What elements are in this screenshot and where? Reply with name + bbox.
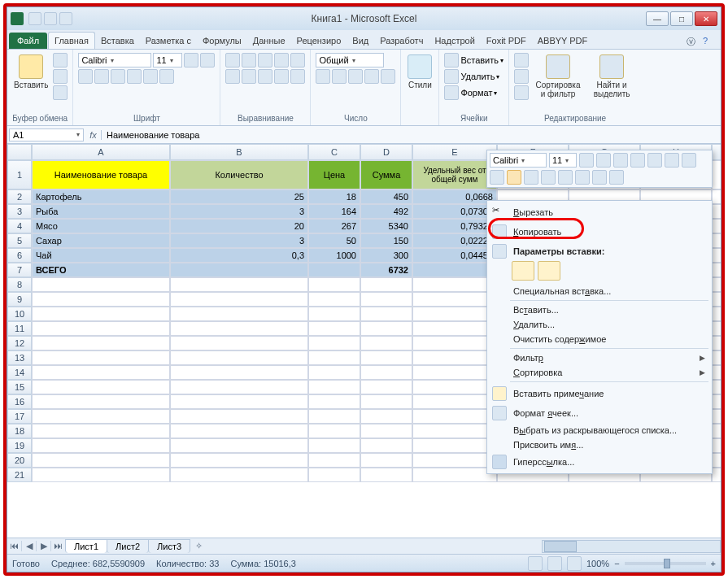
cell[interactable] [32, 409, 170, 424]
formula-input[interactable]: Наименование товара [102, 128, 721, 141]
row-header-7[interactable]: 7 [7, 263, 32, 277]
view-layout-icon[interactable] [547, 556, 562, 571]
percent-icon[interactable] [332, 69, 347, 84]
cell[interactable] [412, 468, 497, 482]
cell[interactable] [32, 438, 170, 453]
menu-format-cells[interactable]: Формат ячеек... [487, 403, 712, 423]
cell[interactable] [712, 263, 721, 277]
mini-comma-icon[interactable] [647, 153, 662, 168]
cell[interactable]: 0,04456 [412, 248, 497, 263]
cell[interactable] [32, 424, 170, 438]
cell[interactable] [32, 277, 170, 292]
cell[interactable] [32, 365, 170, 380]
italic-icon[interactable] [94, 69, 109, 84]
cell[interactable] [712, 350, 721, 365]
new-sheet-icon[interactable]: ✧ [190, 541, 207, 551]
cell[interactable] [170, 394, 308, 409]
cell[interactable] [360, 380, 412, 394]
row-header-13[interactable]: 13 [7, 350, 32, 365]
undo-icon[interactable] [44, 12, 57, 25]
row-header-11[interactable]: 11 [7, 321, 32, 336]
cell[interactable] [412, 307, 497, 321]
col-header-C[interactable]: C [308, 144, 360, 160]
col-header-B[interactable]: B [170, 144, 308, 160]
menu-insert[interactable]: Вставить... [487, 303, 712, 317]
zoom-out-button[interactable]: − [614, 559, 619, 568]
align-middle-icon[interactable] [242, 53, 256, 67]
cell[interactable] [712, 189, 721, 204]
cell[interactable] [412, 365, 497, 380]
mini-dec-dec-icon[interactable] [592, 170, 607, 185]
fill-color-icon[interactable] [143, 69, 158, 84]
cell[interactable] [712, 424, 721, 438]
fill-icon[interactable] [514, 69, 529, 84]
font-name-combo[interactable]: Calibri▾ [78, 53, 151, 67]
tab-view[interactable]: Вид [347, 33, 374, 49]
tab-formulas[interactable]: Формулы [197, 33, 247, 49]
mini-font-combo[interactable]: Calibri▾ [490, 153, 547, 168]
row-header-21[interactable]: 21 [7, 468, 32, 482]
dec-decimal-icon[interactable] [381, 69, 395, 84]
cell[interactable] [712, 292, 721, 307]
copy-icon[interactable] [53, 69, 68, 84]
cell[interactable] [32, 453, 170, 468]
cell[interactable] [412, 292, 497, 307]
row-header-6[interactable]: 6 [7, 248, 32, 263]
cell[interactable]: 150 [360, 233, 412, 248]
align-bottom-icon[interactable] [258, 53, 272, 67]
col-header-D[interactable]: D [360, 144, 412, 160]
cell[interactable] [170, 350, 308, 365]
tab-insert[interactable]: Вставка [95, 33, 140, 49]
mini-align-icon[interactable] [507, 170, 521, 185]
select-all-corner[interactable] [7, 144, 32, 160]
menu-hyperlink[interactable]: Гиперссылка... [487, 452, 712, 472]
minimize-ribbon-icon[interactable]: ⓥ [687, 36, 700, 49]
cell[interactable] [170, 380, 308, 394]
styles-button[interactable]: Стили [406, 53, 434, 91]
cell[interactable] [360, 468, 412, 482]
cell[interactable] [712, 468, 721, 482]
mini-italic-icon[interactable] [490, 170, 504, 185]
cell[interactable] [412, 380, 497, 394]
cell[interactable] [32, 292, 170, 307]
cell[interactable] [712, 204, 721, 219]
cell[interactable]: 3 [170, 233, 308, 248]
sheet-tab-2[interactable]: Лист2 [107, 539, 149, 553]
autosum-icon[interactable] [514, 53, 529, 67]
row-header-14[interactable]: 14 [7, 365, 32, 380]
paste-option-2-icon[interactable] [538, 261, 560, 281]
mini-currency-icon[interactable] [613, 153, 628, 168]
number-format-combo[interactable]: Общий▾ [316, 53, 384, 67]
cell[interactable] [712, 453, 721, 468]
row-header-19[interactable]: 19 [7, 438, 32, 453]
cell[interactable]: 20 [170, 219, 308, 233]
cell[interactable] [170, 336, 308, 350]
align-left-icon[interactable] [225, 69, 240, 84]
cell[interactable] [712, 394, 721, 409]
cell[interactable] [360, 453, 412, 468]
tab-home[interactable]: Главная [48, 32, 95, 49]
cell[interactable] [712, 248, 721, 263]
row-header-20[interactable]: 20 [7, 453, 32, 468]
cell[interactable] [412, 409, 497, 424]
font-size-combo[interactable]: 11▾ [153, 53, 182, 67]
sheet-first-icon[interactable]: ⏮ [7, 541, 22, 551]
cell[interactable] [308, 321, 360, 336]
cell[interactable] [32, 468, 170, 482]
merge-icon[interactable] [290, 69, 305, 84]
cell[interactable] [412, 336, 497, 350]
save-icon[interactable] [28, 12, 41, 25]
sheet-next-icon[interactable]: ▶ [37, 541, 51, 551]
tab-abbyy[interactable]: ABBYY PDF [532, 33, 594, 49]
cell[interactable]: Наименование товара [32, 160, 170, 189]
find-select-button[interactable]: Найти и выделить [587, 53, 636, 100]
clear-icon[interactable] [514, 85, 529, 100]
sheet-tab-1[interactable]: Лист1 [65, 539, 107, 553]
shrink-font-icon[interactable] [200, 53, 215, 67]
cell[interactable] [360, 350, 412, 365]
cell[interactable]: Сахар [32, 233, 170, 248]
tab-layout[interactable]: Разметка с [140, 33, 197, 49]
cell[interactable] [712, 380, 721, 394]
view-normal-icon[interactable] [528, 556, 543, 571]
orientation-icon[interactable] [274, 53, 289, 67]
